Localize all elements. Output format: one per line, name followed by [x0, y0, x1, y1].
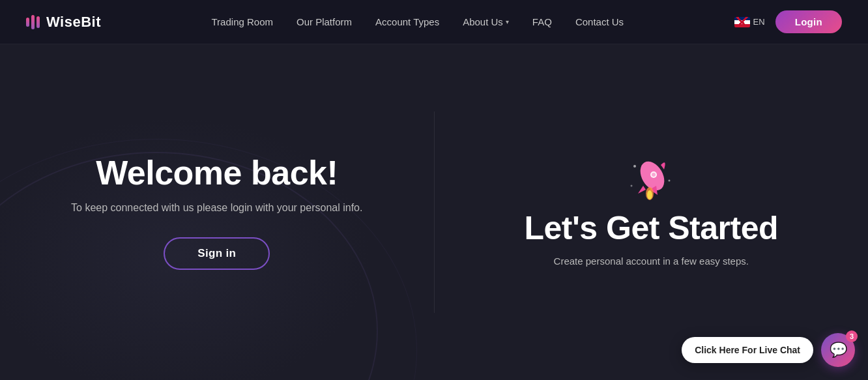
logo-bar-3 — [36, 16, 40, 28]
svg-point-4 — [647, 190, 652, 199]
language-selector[interactable]: EN — [734, 17, 765, 27]
svg-point-6 — [669, 179, 671, 181]
nav-our-platform[interactable]: Our Platform — [297, 16, 352, 27]
right-panel: Let's Get Started Create personal accoun… — [435, 44, 869, 380]
main-content: Welcome back! To keep connected with us … — [0, 44, 868, 380]
flag-icon — [734, 17, 750, 27]
chat-button[interactable]: 💬 3 — [821, 333, 855, 367]
language-code: EN — [753, 17, 765, 27]
brand-name: WiseBit — [46, 14, 101, 31]
get-started-title: Let's Get Started — [524, 211, 778, 246]
sign-in-button[interactable]: Sign in — [164, 237, 270, 270]
nav-right: EN Login — [734, 10, 842, 33]
welcome-subtitle: To keep connected with us please login w… — [71, 202, 362, 214]
logo-bar-2 — [31, 15, 35, 29]
chat-widget: Click Here For Live Chat 💬 3 — [682, 333, 855, 367]
rocket-icon — [625, 153, 677, 205]
svg-point-7 — [631, 184, 633, 186]
svg-point-2 — [652, 173, 656, 177]
left-panel: Welcome back! To keep connected with us … — [0, 44, 434, 380]
svg-point-5 — [633, 165, 636, 168]
nav-about-us[interactable]: About Us ▾ — [463, 16, 509, 27]
logo-icon — [26, 15, 40, 29]
nav-trading-room[interactable]: Trading Room — [212, 16, 273, 27]
chat-icon: 💬 — [830, 342, 847, 358]
nav-faq[interactable]: FAQ — [532, 16, 552, 27]
logo[interactable]: WiseBit — [26, 14, 101, 31]
logo-bar-1 — [26, 18, 29, 27]
nav-account-types[interactable]: Account Types — [375, 16, 439, 27]
chat-bubble[interactable]: Click Here For Live Chat — [682, 337, 813, 363]
nav-links: Trading Room Our Platform Account Types … — [212, 16, 624, 27]
login-button[interactable]: Login — [775, 10, 842, 33]
about-us-chevron-icon: ▾ — [506, 18, 509, 25]
nav-contact-us[interactable]: Contact Us — [575, 16, 624, 27]
navbar: WiseBit Trading Room Our Platform Accoun… — [0, 0, 868, 44]
get-started-subtitle: Create personal account in a few easy st… — [554, 256, 749, 267]
welcome-title: Welcome back! — [96, 154, 338, 192]
chat-badge: 3 — [846, 330, 858, 342]
